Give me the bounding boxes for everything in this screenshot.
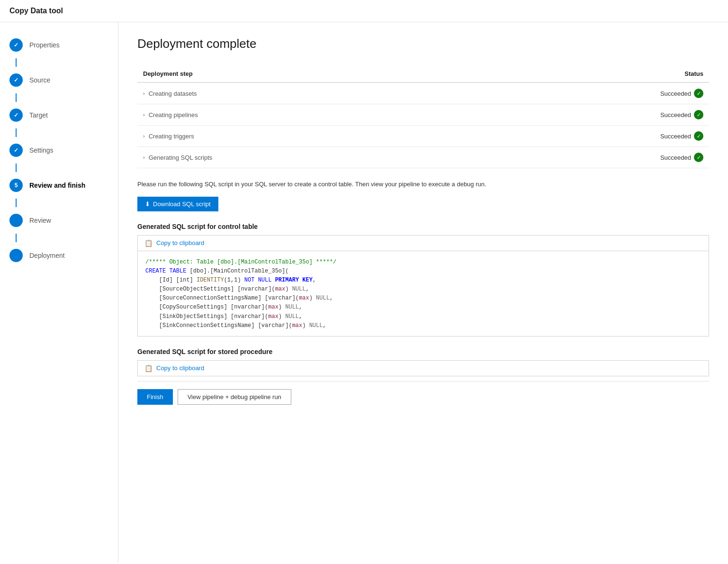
step-label-0: Creating datasets [149, 90, 197, 97]
sql-control-table-title: Generated SQL script for control table [137, 223, 709, 230]
sidebar-item-review-finish[interactable]: 5 Review and finish [0, 172, 118, 199]
connector-1 [16, 58, 17, 67]
sidebar-item-deployment[interactable]: Deployment [0, 242, 118, 269]
step-label-3: Generating SQL scripts [149, 154, 213, 161]
sidebar-label-source: Source [29, 76, 50, 84]
table-row[interactable]: › Generating SQL scripts Succeeded ✓ [137, 147, 709, 168]
sidebar-label-deployment: Deployment [29, 252, 65, 259]
table-row[interactable]: › Creating pipelines Succeeded ✓ [137, 104, 709, 126]
table-row[interactable]: › Creating datasets Succeeded ✓ [137, 82, 709, 104]
connector-4 [16, 164, 17, 172]
clipboard-icon: 📋 [144, 239, 153, 247]
code-line-2: CREATE TABLE [dbo].[MainControlTable_35o… [145, 267, 701, 276]
connector-3 [16, 128, 17, 137]
step-cell-3: › Generating SQL scripts [137, 147, 478, 168]
status-cell-1: Succeeded ✓ [478, 104, 709, 126]
step-label-2: Creating triggers [149, 133, 194, 140]
sidebar: Properties Source Target Settings [0, 22, 118, 563]
sidebar-item-properties[interactable]: Properties [0, 32, 118, 58]
finish-button[interactable]: Finish [137, 389, 173, 405]
clipboard-label-control: Copy to clipboard [156, 239, 204, 246]
view-pipeline-button[interactable]: View pipeline + debug pipeline run [178, 389, 291, 405]
status-cell-2: Succeeded ✓ [478, 126, 709, 147]
chevron-right-icon: › [143, 91, 145, 96]
info-text: Please run the following SQL script in y… [137, 180, 709, 189]
status-text-0: Succeeded [660, 90, 691, 97]
col-header-status: Status [478, 65, 709, 82]
download-sql-button[interactable]: ⬇ Download SQL script [137, 197, 218, 211]
sql-stored-proc-title: Generated SQL script for stored procedur… [137, 348, 709, 355]
connector-2 [16, 93, 17, 102]
content-area: Deployment complete Deployment step Stat… [118, 22, 728, 563]
sql-code-block-control-table[interactable]: /***** Object: Table [dbo].[MainControlT… [137, 251, 709, 337]
step-circle-settings [9, 144, 23, 157]
sidebar-label-target: Target [29, 111, 48, 119]
sidebar-item-review[interactable]: Review [0, 207, 118, 234]
sidebar-label-properties: Properties [29, 41, 60, 49]
status-check-icon-0: ✓ [694, 89, 703, 98]
sidebar-label-review: Review [29, 217, 51, 224]
connector-6 [16, 234, 17, 242]
step-circle-review [9, 214, 23, 227]
status-check-icon-2: ✓ [694, 131, 703, 141]
status-check-icon-1: ✓ [694, 110, 703, 119]
status-cell-0: Succeeded ✓ [478, 82, 709, 104]
code-line-7: [SinkObjectSettings] [nvarchar](max) NUL… [145, 312, 701, 321]
app-title: Copy Data tool [0, 0, 728, 22]
download-btn-label: Download SQL script [153, 200, 211, 208]
step-circle-review-finish: 5 [9, 179, 23, 192]
check-3: ✓ [697, 155, 701, 161]
check-0: ✓ [697, 91, 701, 97]
check-1: ✓ [697, 112, 701, 118]
status-text-1: Succeeded [660, 111, 691, 118]
footer-bar: Finish View pipeline + debug pipeline ru… [137, 381, 709, 412]
check-icon-target [14, 112, 18, 118]
step-circle-deployment [9, 249, 23, 262]
code-line-5: [SourceConnectionSettingsName] [varchar]… [145, 294, 701, 303]
check-icon-settings [14, 147, 18, 154]
table-row[interactable]: › Creating triggers Succeeded ✓ [137, 126, 709, 147]
status-text-2: Succeeded [660, 133, 691, 140]
code-line-8: [SinkConnectionSettingsName] [varchar](m… [145, 321, 701, 330]
deployment-table: Deployment step Status › Creating datase… [137, 65, 709, 168]
sidebar-label-settings: Settings [29, 146, 54, 154]
code-line-3: [Id] [int] IDENTITY(1,1) NOT NULL PRIMAR… [145, 276, 701, 285]
clipboard-label-proc: Copy to clipboard [156, 364, 204, 372]
code-line-6: [CopySourceSettings] [nvarchar](max) NUL… [145, 303, 701, 312]
step-circle-source [9, 73, 23, 87]
check-icon-properties [14, 42, 18, 48]
status-text-3: Succeeded [660, 154, 691, 161]
step-label-1: Creating pipelines [149, 111, 198, 118]
col-header-step: Deployment step [137, 65, 478, 82]
status-cell-3: Succeeded ✓ [478, 147, 709, 168]
check-2: ✓ [697, 133, 701, 139]
step-cell-0: › Creating datasets [137, 82, 478, 104]
chevron-right-icon: › [143, 133, 145, 139]
connector-5 [16, 199, 17, 207]
chevron-right-icon: › [143, 155, 145, 160]
sidebar-item-source[interactable]: Source [0, 67, 118, 93]
chevron-right-icon: › [143, 112, 145, 118]
step-circle-properties [9, 38, 23, 52]
copy-clipboard-stored-proc[interactable]: 📋 Copy to clipboard [137, 360, 709, 376]
sidebar-label-review-finish: Review and finish [29, 182, 85, 189]
step-cell-2: › Creating triggers [137, 126, 478, 147]
page-title: Deployment complete [137, 36, 709, 51]
sidebar-item-settings[interactable]: Settings [0, 137, 118, 164]
code-line-1: /***** Object: Table [dbo].[MainControlT… [145, 258, 701, 267]
step-cell-1: › Creating pipelines [137, 104, 478, 126]
code-line-4: [SourceObjectSettings] [nvarchar](max) N… [145, 285, 701, 294]
check-icon-source [14, 77, 18, 83]
clipboard-icon-2: 📋 [144, 364, 153, 372]
status-check-icon-3: ✓ [694, 153, 703, 162]
step-number-review-finish: 5 [15, 182, 18, 189]
step-circle-target [9, 109, 23, 122]
copy-clipboard-control-table[interactable]: 📋 Copy to clipboard [137, 235, 709, 251]
download-icon: ⬇ [145, 200, 150, 208]
sidebar-item-target[interactable]: Target [0, 102, 118, 128]
